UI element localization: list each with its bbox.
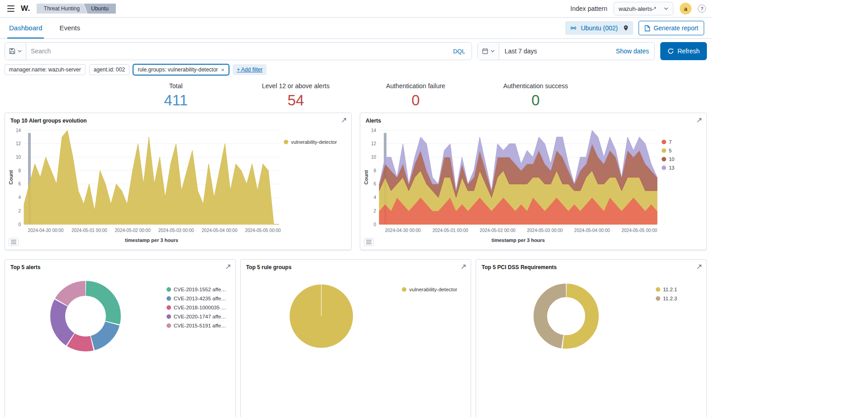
- pies-row: Top 5 alerts CVE-2019-1552 affe… CVE-201…: [5, 259, 707, 417]
- legend-item[interactable]: 11.2.1: [656, 287, 706, 292]
- wazuh-logo[interactable]: W.: [21, 4, 30, 13]
- legend-toggle-icon[interactable]: [364, 238, 374, 246]
- legend-label: CVE-2019-1552 affe…: [174, 287, 226, 292]
- svg-text:0: 0: [18, 222, 21, 227]
- avatar[interactable]: a: [680, 3, 692, 14]
- legend-label: 11.2.1: [663, 287, 677, 292]
- add-filter-button[interactable]: + Add filter: [233, 64, 267, 75]
- expand-panel-icon[interactable]: [696, 117, 703, 125]
- metric-auth-success-value: 0: [476, 92, 596, 109]
- legend-item[interactable]: CVE-2020-1747 affe…: [167, 314, 235, 319]
- search-input[interactable]: [26, 47, 447, 55]
- legend-label: CVE-2013-4235 affe…: [174, 296, 226, 301]
- chart-legend: vulnerability-detector: [402, 272, 471, 355]
- filter-bar: manager.name: wazuh-server agent.id: 002…: [0, 63, 711, 80]
- top5-alerts-donut-chart[interactable]: [47, 278, 124, 355]
- pin-agent-button[interactable]: [621, 25, 629, 31]
- legend-item[interactable]: CVE-2013-4235 affe…: [167, 296, 235, 301]
- chart-wrap: 024681012142024-04-30 00:002024-05-01 00…: [360, 124, 706, 245]
- alerts-stacked-area-chart[interactable]: 024681012142024-04-30 00:002024-05-01 00…: [363, 125, 662, 245]
- panel-title: Top 5 rule groups: [241, 260, 471, 270]
- svg-text:14: 14: [371, 128, 377, 133]
- agent-signal-icon: [570, 25, 577, 31]
- legend-item[interactable]: 5: [662, 148, 687, 153]
- dql-button[interactable]: DQL: [447, 48, 472, 55]
- svg-text:12: 12: [371, 141, 377, 146]
- chart-legend: 7 5 10 13: [662, 125, 687, 245]
- panel-title: Top 5 alerts: [5, 260, 235, 270]
- legend-item[interactable]: vulnerability-detector: [284, 139, 342, 145]
- calendar-button[interactable]: [478, 43, 499, 60]
- index-pattern-label: Index pattern: [570, 5, 607, 12]
- svg-text:2024-05-04 00:00: 2024-05-04 00:00: [574, 228, 610, 233]
- filter-pill-rule-groups-label: rule.groups: vulnerability-detector: [138, 66, 218, 73]
- metric-auth-success-label: Authentication success: [476, 82, 596, 90]
- expand-panel-icon[interactable]: [460, 263, 467, 272]
- svg-text:6: 6: [373, 181, 376, 186]
- help-icon[interactable]: ?: [698, 5, 706, 13]
- legend-item[interactable]: 13: [662, 165, 687, 171]
- generate-report-button[interactable]: Generate report: [639, 21, 704, 35]
- metric-total-value: 411: [116, 92, 236, 109]
- time-range-value[interactable]: Last 7 days: [499, 47, 543, 55]
- tab-dashboard[interactable]: Dashboard: [7, 18, 44, 38]
- breadcrumb-ubuntu[interactable]: Ubuntu: [84, 4, 116, 14]
- chart-legend: vulnerability-detector: [284, 125, 342, 245]
- svg-text:2: 2: [373, 208, 376, 213]
- legend-toggle-icon[interactable]: [9, 238, 19, 246]
- legend-label: CVE-2020-1747 affe…: [174, 314, 226, 319]
- chart-wrap: 11.2.1 11.2.3: [476, 270, 706, 355]
- chevron-down-icon: [491, 50, 495, 52]
- legend-label: vulnerability-detector: [409, 287, 457, 292]
- saved-query-button[interactable]: [5, 43, 26, 60]
- legend-item[interactable]: CVE-2015-5191 affe…: [167, 323, 235, 328]
- generate-report-label: Generate report: [653, 24, 698, 32]
- menu-button[interactable]: [5, 4, 16, 14]
- legend-label: 13: [669, 165, 674, 171]
- top5-rule-groups-pie-chart[interactable]: [283, 278, 360, 355]
- legend-item[interactable]: CVE-2019-1552 affe…: [167, 287, 235, 292]
- legend-item[interactable]: 7: [662, 139, 687, 145]
- legend-item[interactable]: 10: [662, 156, 687, 162]
- wazuh-dashboard-app: W. Threat Hunting Ubuntu Index pattern w…: [0, 0, 711, 417]
- expand-panel-icon[interactable]: [224, 263, 232, 272]
- metric-auth-success: Authentication success 0: [476, 82, 596, 109]
- svg-text:2024-05-04 00:00: 2024-05-04 00:00: [202, 228, 238, 233]
- legend-dot: [167, 314, 171, 319]
- svg-text:2024-05-03 00:00: 2024-05-03 00:00: [158, 228, 194, 233]
- index-pattern-select[interactable]: wazuh-alerts-*: [614, 2, 673, 15]
- svg-text:0: 0: [373, 222, 376, 227]
- chart-legend: 11.2.1 11.2.3: [656, 272, 706, 355]
- filter-pill-rule-groups[interactable]: rule.groups: vulnerability-detector ×: [133, 64, 229, 75]
- tab-events[interactable]: Events: [57, 18, 82, 38]
- remove-filter-icon[interactable]: ×: [221, 67, 225, 73]
- top5-pci-donut-chart[interactable]: [528, 278, 605, 355]
- svg-text:2024-04-30 00:00: 2024-04-30 00:00: [385, 228, 421, 233]
- legend-item[interactable]: 11.2.3: [656, 296, 706, 301]
- agent-button[interactable]: Ubuntu (002): [565, 21, 633, 35]
- metric-level12-label: Level 12 or above alerts: [236, 82, 356, 90]
- filter-pill-agent-id[interactable]: agent.id: 002: [89, 64, 129, 75]
- chevron-down-icon: [18, 50, 22, 52]
- svg-text:8: 8: [373, 168, 376, 173]
- show-dates-link[interactable]: Show dates: [610, 47, 654, 55]
- top-navbar: W. Threat Hunting Ubuntu Index pattern w…: [0, 0, 711, 18]
- svg-text:2024-05-02 00:00: 2024-05-02 00:00: [115, 228, 151, 233]
- legend-item[interactable]: vulnerability-detector: [402, 287, 471, 292]
- svg-text:4: 4: [373, 195, 376, 200]
- expand-panel-icon[interactable]: [340, 117, 348, 125]
- legend-label: 7: [669, 139, 672, 145]
- filter-pill-manager-name[interactable]: manager.name: wazuh-server: [5, 64, 86, 75]
- tab-actions: Ubuntu (002) Generate report: [565, 21, 704, 35]
- legend-dot: [656, 296, 660, 301]
- panel-top5-rule-groups: Top 5 rule groups vulnerability-detector: [240, 259, 472, 417]
- svg-text:6: 6: [18, 181, 21, 186]
- chevron-down-icon: [664, 7, 668, 10]
- panel-title: Top 5 PCI DSS Requirements: [476, 260, 706, 270]
- alert-groups-evolution-area-chart[interactable]: 024681012142024-04-30 00:002024-05-01 00…: [8, 125, 284, 245]
- breadcrumb-threat-hunting[interactable]: Threat Hunting: [37, 4, 87, 14]
- legend-dot: [167, 287, 171, 292]
- refresh-button[interactable]: Refresh: [660, 42, 707, 60]
- legend-item[interactable]: CVE-2018-1000035 …: [167, 305, 235, 310]
- expand-panel-icon[interactable]: [696, 263, 703, 272]
